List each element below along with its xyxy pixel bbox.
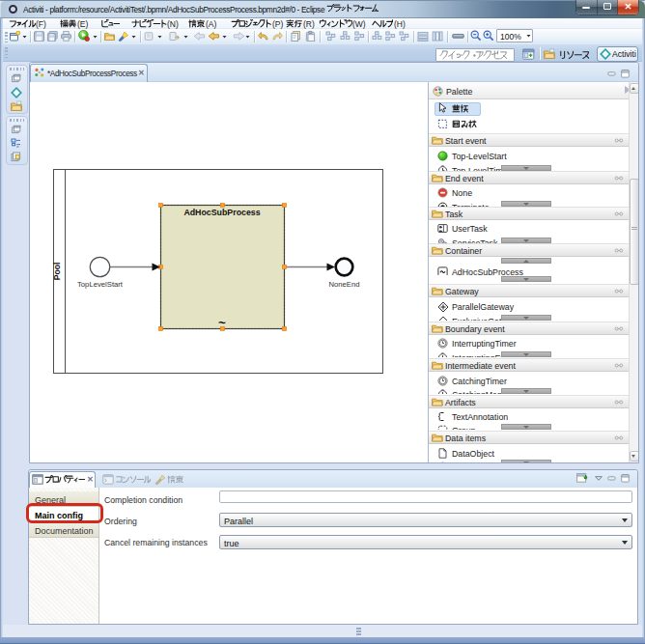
svg-text:NoneEnd: NoneEnd — [328, 280, 359, 289]
svg-text:Pool: Pool — [52, 263, 62, 281]
svg-text:TopLevelStart: TopLevelStart — [77, 280, 124, 289]
svg-text:AdHocSubProcess: AdHocSubProcess — [183, 208, 260, 217]
